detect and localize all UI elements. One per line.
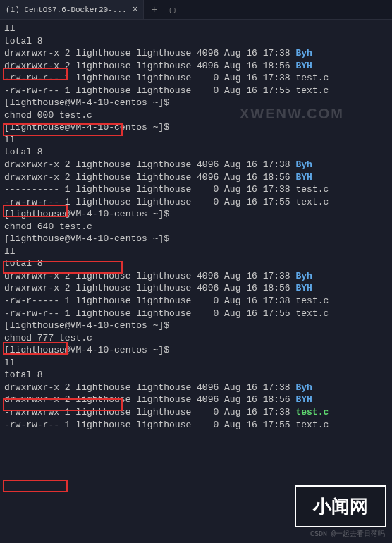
add-tab-icon[interactable]: + (144, 4, 164, 16)
cmd-line: ll (4, 134, 388, 147)
total-line: total 8 (4, 35, 388, 48)
prompt-line: [lighthouse@VM-4-10-centos ~]$ (4, 233, 388, 245)
ls-row: -rw-r----- 1 lighthouse lighthouse 0 Aug… (4, 295, 388, 307)
cmd-line: chmod 777 test.c (4, 332, 388, 345)
prompt-line: [lighthouse@VM-4-10-centos ~]$ (4, 208, 388, 221)
logo-text: 小闻网 (313, 494, 368, 519)
cmd-line: chmod 000 test.c (4, 109, 388, 122)
ls-row: -rwxrwxrwx 1 lighthouse lighthouse 0 Aug… (4, 406, 388, 419)
ls-row: drwxrwxr-x 2 lighthouse lighthouse 4096 … (4, 171, 388, 184)
total-line: total 8 (4, 146, 388, 159)
tab-title: (1) CentOS7.6-Docker20-... (6, 6, 127, 14)
ls-row: -rw-rw-r-- 1 lighthouse lighthouse 0 Aug… (4, 72, 388, 85)
tab-active[interactable]: (1) CentOS7.6-Docker20-... × (0, 0, 144, 19)
prompt-line: [lighthouse@VM-4-10-centos ~]$ (4, 121, 388, 134)
cmd-line: ll (4, 23, 388, 35)
cmd-line: ll (4, 245, 388, 258)
ls-row: drwxrwxr-x 2 lighthouse lighthouse 4096 … (4, 159, 388, 171)
ls-row: drwxrwxr-x 2 lighthouse lighthouse 4096 … (4, 270, 388, 283)
split-pane-icon[interactable]: ▢ (164, 4, 181, 16)
ls-row: -rw-rw-r-- 1 lighthouse lighthouse 0 Aug… (4, 307, 388, 320)
ls-row: drwxrwxr-x 2 lighthouse lighthouse 4096 … (4, 382, 388, 394)
logo-badge: 小闻网 (295, 485, 386, 527)
prompt-line: [lighthouse@VM-4-10-centos ~]$ (4, 344, 388, 357)
tab-bar: (1) CentOS7.6-Docker20-... × + ▢ (0, 0, 392, 20)
ls-row: -rw-rw-r-- 1 lighthouse lighthouse 0 Aug… (4, 85, 388, 97)
ls-row: drwxrwxr-x 2 lighthouse lighthouse 4096 … (4, 282, 388, 295)
prompt-line: [lighthouse@VM-4-10-centos ~]$ (4, 97, 388, 109)
csdn-watermark: CSDN @一起去看日落吗 (310, 529, 385, 539)
ls-row: drwxrwxr-x 2 lighthouse lighthouse 4096 … (4, 47, 388, 60)
cmd-line: chmod 640 test.c (4, 221, 388, 233)
highlight-box (3, 480, 68, 492)
ls-row: -rw-rw-r-- 1 lighthouse lighthouse 0 Aug… (4, 196, 388, 209)
close-icon[interactable]: × (133, 4, 138, 15)
ls-row: -rw-rw-r-- 1 lighthouse lighthouse 0 Aug… (4, 419, 388, 432)
ls-row: drwxrwxr-x 2 lighthouse lighthouse 4096 … (4, 60, 388, 73)
ls-row: drwxrwxr-x 2 lighthouse lighthouse 4096 … (4, 393, 388, 406)
total-line: total 8 (4, 369, 388, 382)
total-line: total 8 (4, 257, 388, 270)
cmd-line: ll (4, 357, 388, 370)
terminal-output[interactable]: lltotal 8drwxrwxr-x 2 lighthouse lightho… (0, 20, 392, 434)
prompt-line: [lighthouse@VM-4-10-centos ~]$ (4, 319, 388, 332)
ls-row: ---------- 1 lighthouse lighthouse 0 Aug… (4, 183, 388, 196)
